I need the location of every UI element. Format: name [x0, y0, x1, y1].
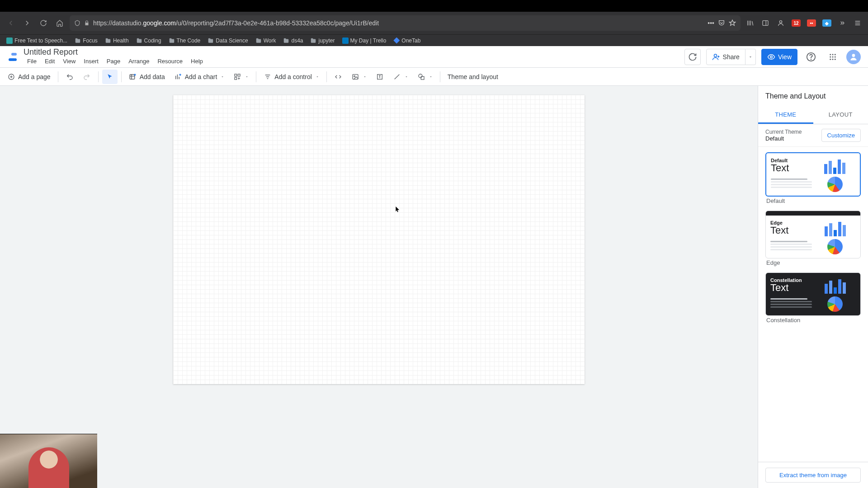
svg-rect-23	[238, 74, 241, 76]
svg-point-7	[770, 56, 773, 58]
sidebar-toggle-icon[interactable]	[760, 17, 771, 29]
webcam-person	[28, 447, 69, 488]
add-control-button[interactable]: Add a control	[260, 70, 323, 84]
lock-icon	[84, 20, 90, 26]
bookmark-item[interactable]: jupyter	[307, 36, 337, 46]
menu-edit[interactable]: Edit	[41, 57, 58, 66]
menu-insert[interactable]: Insert	[80, 57, 102, 66]
shape-icon	[417, 73, 425, 81]
chart-add-icon	[174, 73, 182, 81]
theme-name-label: Edge	[765, 258, 861, 268]
menu-arrange[interactable]: Arrange	[125, 57, 153, 66]
canvas-viewport[interactable]	[0, 86, 758, 488]
main-area: Theme and Layout THEME LAYOUT Current Th…	[0, 86, 868, 488]
bookmark-label: Free Text to Speech...	[14, 38, 67, 44]
ext-diamond-icon[interactable]: ◆	[821, 17, 833, 29]
svg-point-18	[835, 58, 836, 60]
share-button[interactable]: Share	[706, 49, 745, 65]
datastudio-logo-icon	[7, 52, 18, 62]
bookmark-item[interactable]: Focus	[72, 36, 100, 46]
overflow-icon[interactable]	[836, 17, 848, 29]
menu-view[interactable]: View	[59, 57, 79, 66]
refresh-data-button[interactable]	[684, 49, 701, 65]
pocket-icon[interactable]	[718, 19, 725, 27]
tab-theme[interactable]: THEME	[758, 107, 813, 124]
report-title[interactable]: Untitled Report	[24, 48, 207, 56]
sidebar-tabs: THEME LAYOUT	[758, 107, 868, 124]
hamburger-menu-icon[interactable]	[852, 17, 863, 29]
person-add-icon	[712, 53, 720, 61]
menu-page[interactable]: Page	[103, 57, 124, 66]
account-icon[interactable]	[775, 17, 787, 29]
theme-card-default[interactable]: DefaultText	[765, 152, 861, 197]
community-viz-button[interactable]	[230, 70, 252, 84]
sidebar-title: Theme and Layout	[758, 86, 868, 107]
menu-help[interactable]: Help	[187, 57, 207, 66]
bookmark-star-icon[interactable]	[729, 19, 736, 27]
add-data-button[interactable]: Add data	[125, 70, 169, 84]
add-chart-label: Add a chart	[185, 73, 217, 80]
share-dropdown[interactable]	[745, 49, 756, 65]
bookmark-label: The Code	[177, 38, 201, 44]
svg-point-1	[779, 21, 782, 23]
add-page-button[interactable]: Add a page	[4, 70, 54, 84]
svg-point-12	[835, 54, 836, 55]
tab-layout[interactable]: LAYOUT	[813, 107, 868, 124]
library-icon[interactable]	[744, 17, 756, 29]
nav-forward-button[interactable]	[21, 17, 33, 29]
ext-badge-2[interactable]: ••	[806, 17, 817, 29]
line-button[interactable]	[389, 70, 412, 84]
chevron-down-icon	[405, 75, 408, 79]
bookmark-item[interactable]: Data Science	[205, 36, 250, 46]
bookmark-label: jupyter	[318, 38, 335, 44]
selection-tool-button[interactable]	[102, 70, 118, 84]
redo-button[interactable]	[79, 70, 94, 84]
image-icon	[351, 73, 359, 81]
report-canvas[interactable]	[173, 95, 585, 384]
menu-resource[interactable]: Resource	[154, 57, 186, 66]
nav-back-button[interactable]	[5, 17, 17, 29]
bookmark-item[interactable]: ds4a	[280, 36, 306, 46]
add-chart-button[interactable]: Add a chart	[170, 70, 228, 84]
svg-point-6	[714, 54, 717, 57]
shape-button[interactable]	[414, 70, 436, 84]
bookmark-item[interactable]: OneTab	[391, 36, 423, 46]
svg-rect-22	[235, 74, 237, 76]
theme-card-constellation[interactable]: ConstellationText	[765, 272, 861, 316]
themes-list[interactable]: DefaultTextDefaultEdgeTextEdgeConstellat…	[758, 147, 868, 462]
bookmark-item[interactable]: Free Text to Speech...	[4, 36, 70, 46]
plus-circle-icon	[7, 73, 15, 81]
text-button[interactable]	[372, 70, 387, 84]
bookmark-item[interactable]: Health	[102, 36, 132, 46]
account-avatar[interactable]	[846, 50, 861, 64]
bookmark-item[interactable]: Work	[253, 36, 279, 46]
customize-button[interactable]: Customize	[821, 129, 861, 142]
browser-nav-bar: https://datastudio.google.com/u/0/report…	[0, 12, 868, 34]
help-button[interactable]	[803, 49, 819, 65]
url-bar[interactable]: https://datastudio.google.com/u/0/report…	[70, 15, 741, 31]
theme-layout-button[interactable]: Theme and layout	[444, 70, 502, 84]
add-data-label: Add data	[140, 73, 165, 80]
ext-badge-1[interactable]: 12	[790, 17, 802, 29]
filter-icon	[264, 73, 272, 81]
bookmark-item[interactable]: The Code	[166, 36, 203, 46]
undo-button[interactable]	[62, 70, 77, 84]
nav-home-button[interactable]	[53, 17, 66, 29]
theme-preview-text: Text	[770, 282, 812, 294]
extract-theme-button[interactable]: Extract theme from image	[765, 468, 861, 483]
bookmark-item[interactable]: Coding	[133, 36, 164, 46]
text-icon	[376, 73, 384, 81]
bookmark-item[interactable]: My Day | Trello	[340, 36, 389, 46]
window-titlebar	[0, 0, 868, 12]
svg-rect-4	[9, 58, 15, 61]
cursor-icon	[106, 73, 114, 81]
view-button[interactable]: View	[761, 49, 797, 65]
url-embed-button[interactable]	[330, 70, 346, 84]
nav-reload-button[interactable]	[37, 17, 50, 29]
theme-card-edge[interactable]: EdgeText	[765, 211, 861, 258]
apps-grid-button[interactable]	[825, 49, 841, 65]
menu-file[interactable]: File	[24, 57, 40, 66]
menu-bar: FileEditViewInsertPageArrangeResourceHel…	[24, 57, 207, 66]
meatball-icon[interactable]: •••	[708, 19, 714, 27]
image-button[interactable]	[348, 70, 370, 84]
